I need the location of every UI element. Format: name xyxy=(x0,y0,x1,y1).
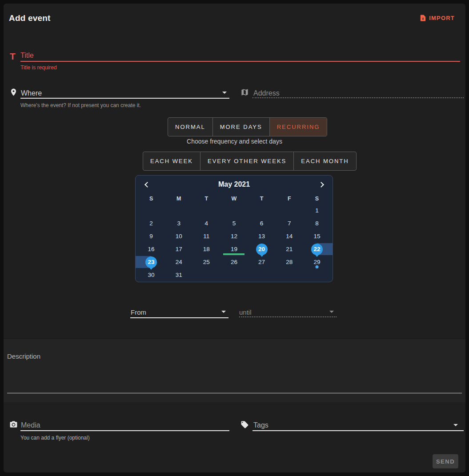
tag-icon xyxy=(241,420,249,429)
day-number: 1 xyxy=(311,205,323,216)
calendar-empty-cell xyxy=(137,204,165,217)
where-dropdown-caret-icon[interactable] xyxy=(222,92,227,94)
day-number: 8 xyxy=(311,218,323,229)
day-number: 14 xyxy=(284,231,295,242)
title-input[interactable]: Title xyxy=(20,52,34,60)
location-pin-icon xyxy=(9,88,18,96)
calendar-day[interactable]: 28 xyxy=(276,256,303,268)
date-picker-calendar: May 2021 SMTWTFS123456789101112131415161… xyxy=(135,175,333,282)
until-underline xyxy=(239,316,337,317)
day-number: 26 xyxy=(228,256,240,268)
tags-dropdown-caret-icon[interactable] xyxy=(453,424,458,426)
title-field-icon: T xyxy=(10,51,16,62)
tab-normal[interactable]: NORMAL xyxy=(168,118,213,136)
day-number: 31 xyxy=(173,269,184,281)
import-button-label: IMPORT xyxy=(429,15,455,21)
calendar-day[interactable]: 23 xyxy=(137,256,165,268)
weekday-header: W xyxy=(220,193,248,204)
calendar-day[interactable]: 4 xyxy=(192,217,220,230)
tab-more-days[interactable]: MORE DAYS xyxy=(213,118,270,136)
calendar-day[interactable]: 20 xyxy=(248,243,276,256)
calendar-day[interactable]: 12 xyxy=(220,230,248,243)
calendar-day[interactable]: 3 xyxy=(165,217,192,230)
day-number: 21 xyxy=(284,244,295,255)
day-number: 15 xyxy=(311,231,323,242)
until-dropdown-caret-icon xyxy=(329,311,334,313)
from-dropdown-caret-icon[interactable] xyxy=(221,311,226,313)
weekday-header: F xyxy=(276,193,303,204)
calendar-day[interactable]: 16 xyxy=(137,243,165,256)
tab-each-week[interactable]: EACH WEEK xyxy=(143,152,200,170)
day-number: 24 xyxy=(173,256,184,268)
calendar-day[interactable]: 19 xyxy=(220,243,248,256)
frequency-tab-group: EACH WEEKEVERY OTHER WEEKSEACH MONTH xyxy=(143,152,357,171)
tags-select[interactable]: Tags xyxy=(253,421,269,429)
calendar-next-month-button[interactable] xyxy=(317,179,327,190)
calendar-empty-cell xyxy=(248,268,276,281)
import-file-icon xyxy=(419,14,427,22)
address-underline xyxy=(253,97,464,98)
until-time-select[interactable]: until xyxy=(239,308,252,316)
calendar-day[interactable]: 30 xyxy=(137,268,165,281)
calendar-day[interactable]: 24 xyxy=(165,256,192,268)
calendar-grid: SMTWTFS123456789101112131415161718192021… xyxy=(136,193,333,281)
day-number: 2 xyxy=(145,218,157,229)
media-input[interactable]: Media xyxy=(21,421,40,429)
tab-each-month[interactable]: EACH MONTH xyxy=(294,152,356,170)
day-number: 12 xyxy=(228,231,240,242)
calendar-day[interactable]: 21 xyxy=(276,243,303,256)
calendar-empty-cell xyxy=(192,204,220,217)
mode-tab-group: NORMALMORE DAYSRECURRING xyxy=(168,117,327,136)
add-event-dialog: Add event IMPORT T Title Title is requir… xyxy=(4,4,465,472)
day-number: 7 xyxy=(284,218,295,229)
send-button[interactable]: SEND xyxy=(433,454,458,468)
where-helper-text: Where's the event? If not present you ca… xyxy=(20,102,141,108)
calendar-day[interactable]: 18 xyxy=(192,243,220,256)
calendar-day[interactable]: 10 xyxy=(165,230,192,243)
day-number: 18 xyxy=(200,244,212,255)
calendar-day[interactable]: 6 xyxy=(248,217,276,230)
day-number: 25 xyxy=(200,256,212,268)
calendar-day[interactable]: 26 xyxy=(220,256,248,268)
calendar-day[interactable]: 2 xyxy=(137,217,165,230)
day-number: 11 xyxy=(200,231,212,242)
calendar-empty-cell xyxy=(165,204,192,217)
calendar-day[interactable]: 17 xyxy=(165,243,192,256)
calendar-empty-cell xyxy=(303,268,331,281)
day-number: 13 xyxy=(256,231,268,242)
description-textarea[interactable]: Description xyxy=(7,352,40,360)
day-number: 17 xyxy=(173,244,184,255)
calendar-day[interactable]: 13 xyxy=(248,230,276,243)
day-number: 30 xyxy=(145,269,157,281)
where-select[interactable]: Where xyxy=(21,89,42,97)
calendar-day[interactable]: 11 xyxy=(192,230,220,243)
frequency-subtitle: Choose frequency and select days xyxy=(4,138,465,145)
day-number: 3 xyxy=(173,218,184,229)
day-number: 22 xyxy=(311,244,323,255)
tab-every-other-weeks[interactable]: EVERY OTHER WEEKS xyxy=(200,152,294,170)
weekday-header: T xyxy=(248,193,276,204)
calendar-day[interactable]: 14 xyxy=(276,230,303,243)
calendar-day[interactable]: 29 xyxy=(303,256,331,268)
page-title: Add event xyxy=(9,13,51,23)
address-input[interactable]: Address xyxy=(253,89,280,97)
calendar-day[interactable]: 22 xyxy=(303,243,331,256)
calendar-day[interactable]: 8 xyxy=(303,217,331,230)
description-section: Description xyxy=(4,339,465,402)
calendar-day[interactable]: 15 xyxy=(303,230,331,243)
calendar-day[interactable]: 7 xyxy=(276,217,303,230)
day-number: 20 xyxy=(256,244,268,255)
from-time-select[interactable]: From xyxy=(131,308,146,316)
day-number: 10 xyxy=(173,231,184,242)
calendar-day[interactable]: 31 xyxy=(165,268,192,281)
calendar-day[interactable]: 25 xyxy=(192,256,220,268)
import-button[interactable]: IMPORT xyxy=(419,14,455,22)
tab-recurring[interactable]: RECURRING xyxy=(270,118,327,136)
calendar-day[interactable]: 9 xyxy=(137,230,165,243)
calendar-day[interactable]: 27 xyxy=(248,256,276,268)
calendar-empty-cell xyxy=(220,268,248,281)
from-underline xyxy=(130,317,228,318)
calendar-day[interactable]: 1 xyxy=(303,204,331,217)
calendar-day[interactable]: 5 xyxy=(220,217,248,230)
day-number: 4 xyxy=(200,218,212,229)
